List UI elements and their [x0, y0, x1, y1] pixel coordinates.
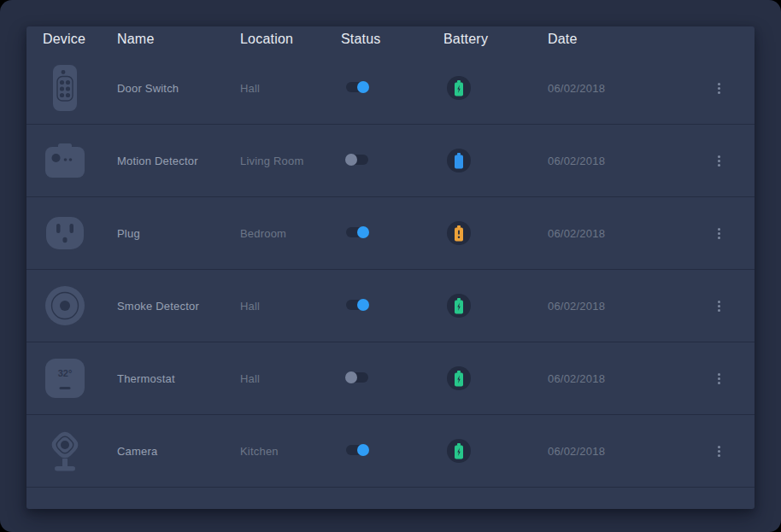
- status-toggle[interactable]: [346, 155, 368, 165]
- table-body: Door Switch Hall 06/02/2018: [26, 52, 755, 488]
- toggle-knob: [345, 371, 357, 383]
- column-header-device: Device: [43, 32, 117, 47]
- thermostat-icon: 32°: [45, 359, 85, 398]
- svg-text:32°: 32°: [58, 368, 73, 378]
- device-name: Smoke Detector: [117, 300, 199, 313]
- device-name: Motion Detector: [117, 155, 198, 167]
- battery-charging-icon: [454, 298, 464, 314]
- battery-indicator: [447, 439, 471, 463]
- kebab-menu-icon[interactable]: [714, 152, 724, 170]
- table-row: Camera Kitchen 06/02/2018: [26, 415, 755, 488]
- device-date: 06/02/2018: [548, 227, 605, 240]
- status-toggle[interactable]: [346, 445, 368, 455]
- device-icon: 32°: [43, 354, 87, 402]
- battery-full-icon: [454, 153, 464, 169]
- column-header-date: Date: [548, 32, 695, 47]
- device-icon: [43, 64, 87, 112]
- device-date: 06/02/2018: [548, 445, 605, 458]
- column-header-battery: Battery: [443, 32, 548, 47]
- status-toggle[interactable]: [346, 300, 368, 310]
- toggle-knob: [345, 154, 357, 166]
- battery-indicator: [447, 294, 471, 318]
- device-location: Kitchen: [240, 445, 279, 458]
- device-name: Plug: [117, 227, 140, 240]
- device-date: 06/02/2018: [548, 82, 605, 95]
- device-name: Door Switch: [117, 82, 179, 95]
- kebab-menu-icon[interactable]: [714, 297, 724, 315]
- device-date: 06/02/2018: [548, 300, 605, 313]
- toggle-knob: [357, 81, 369, 93]
- device-name: Camera: [117, 445, 157, 458]
- kebab-menu-icon[interactable]: [714, 442, 724, 460]
- battery-charging-icon: [454, 371, 464, 387]
- device-location: Hall: [240, 82, 260, 95]
- device-location: Hall: [240, 372, 260, 385]
- status-toggle[interactable]: [346, 227, 368, 237]
- plug-icon: [45, 216, 85, 250]
- column-header-status: Status: [341, 32, 443, 47]
- battery-indicator: [447, 221, 471, 245]
- table-row: Motion Detector Living Room 06/02/2018: [26, 125, 755, 197]
- device-location: Bedroom: [240, 227, 286, 240]
- table-row: Plug Bedroom 06/02/2018: [26, 197, 755, 270]
- table-row: 32° Thermostat Hall 06/02/2018: [26, 342, 755, 415]
- status-toggle[interactable]: [346, 372, 368, 383]
- column-header-location: Location: [240, 32, 341, 47]
- battery-indicator: [447, 366, 471, 390]
- toggle-knob: [357, 299, 369, 311]
- column-header-name: Name: [117, 32, 240, 47]
- toggle-knob: [357, 226, 369, 238]
- device-location: Living Room: [240, 155, 303, 167]
- device-table: Device Name Location Status Battery Date: [26, 26, 755, 509]
- device-date: 06/02/2018: [548, 155, 605, 167]
- kebab-menu-icon[interactable]: [714, 79, 724, 97]
- toggle-knob: [357, 444, 369, 456]
- kebab-menu-icon[interactable]: [714, 225, 724, 243]
- kebab-menu-icon[interactable]: [714, 370, 724, 388]
- battery-charging-icon: [454, 80, 464, 96]
- device-icon: [43, 282, 87, 330]
- table-header: Device Name Location Status Battery Date: [26, 26, 755, 52]
- battery-indicator: [447, 149, 471, 172]
- device-icon: [43, 209, 87, 257]
- device-icon: [43, 137, 87, 184]
- camera-icon: [46, 429, 84, 473]
- device-date: 06/02/2018: [548, 372, 605, 385]
- device-name: Thermostat: [117, 372, 175, 385]
- device-icon: [43, 427, 87, 475]
- motion-detector-icon: [45, 143, 85, 178]
- status-toggle[interactable]: [346, 82, 368, 92]
- smoke-detector-icon: [45, 286, 85, 325]
- table-row: Door Switch Hall 06/02/2018: [26, 52, 755, 125]
- table-row: Smoke Detector Hall 06/02/2018: [26, 270, 755, 342]
- battery-low-icon: [454, 225, 464, 242]
- device-location: Hall: [240, 300, 260, 313]
- app-window: Device Name Location Status Battery Date: [0, 0, 781, 532]
- battery-charging-icon: [454, 443, 464, 459]
- remote-icon: [53, 65, 77, 111]
- battery-indicator: [447, 76, 471, 100]
